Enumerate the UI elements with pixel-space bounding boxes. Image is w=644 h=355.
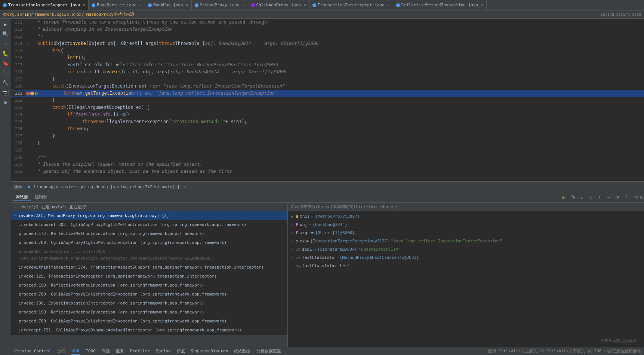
tab-close-2[interactable]: × xyxy=(186,3,188,7)
frame-item-0[interactable]: → invoke:221, MethodProxy (org.springfra… xyxy=(11,211,287,220)
bottom-tab-data[interactable]: 依依数据 xyxy=(234,348,250,354)
btn-resume[interactable]: ▶ xyxy=(560,193,568,201)
btn-evaluate[interactable]: ≡ xyxy=(614,193,622,201)
line-number-232: 232 xyxy=(11,169,25,174)
expand-icon-this[interactable]: ▶ xyxy=(291,213,295,220)
var-item-sig1[interactable]: ▷ ○○ sig1 = {Signature@3084} "updateStoc… xyxy=(288,245,644,254)
tab-icon-java xyxy=(3,3,7,7)
bottom-tab-run[interactable]: 运行 xyxy=(57,348,65,354)
btn-step-out[interactable]: ↑ xyxy=(596,193,604,201)
frame-item-11[interactable]: proceed:780, CglibAopProxy$CglibMethodIn… xyxy=(11,317,287,326)
expand-icon-sig1[interactable]: ▷ xyxy=(291,246,295,253)
expand-icon-fci[interactable]: ▷ xyxy=(291,254,295,261)
tab-close-6[interactable]: × xyxy=(481,3,483,7)
bottom-tab-debug[interactable]: 调试 xyxy=(71,348,80,355)
btn-more-options[interactable]: ⋮ xyxy=(623,193,631,201)
btn-force-step-into[interactable]: ⤵ xyxy=(587,193,595,201)
tab-close-5[interactable]: × xyxy=(388,3,390,7)
sidebar-icon-search[interactable]: 🔍 xyxy=(1,30,10,38)
code-line-212: * without wrapping in an InvocationTarge… xyxy=(34,26,172,33)
bottom-tab-profiler[interactable]: Profiler xyxy=(130,349,150,354)
var-item-fci-i1[interactable]: ○○ fastClassInfo.i1 = 4 xyxy=(288,262,644,270)
var-item-fci[interactable]: ▷ ○○ fastClassInfo = {MethodProxy$FastCl… xyxy=(288,254,644,262)
var-item-this[interactable]: ▶ ≡ this = {MethodProxy@3007} xyxy=(288,212,644,221)
tab-close-1[interactable]: × xyxy=(139,3,142,7)
code-row-219: 219 } xyxy=(11,76,644,83)
tab-label-3: MethodProxy.java xyxy=(200,3,240,7)
code-row-214: 214 ▾ public Object invoke(Object obj, O… xyxy=(11,40,644,47)
frame-item-3[interactable]: proceed:780, CglibAopProxy$CglibMethodIn… xyxy=(11,238,287,247)
frame-item-8[interactable]: proceed:780, CglibAopProxy$CglibMethodIn… xyxy=(11,290,287,299)
var-item-args[interactable]: ▷ P args = {Object[1]@3006} xyxy=(288,229,644,237)
bottom-tab-analysis[interactable]: 分析数据流至 xyxy=(256,348,281,354)
tab-book-service[interactable]: BookService.java × xyxy=(89,0,145,10)
var-name-fci-i1: fastClassInfo.i1 xyxy=(302,263,342,269)
line-number-218: 218 xyxy=(11,70,25,74)
debug-session-close[interactable]: × xyxy=(184,185,187,189)
bottom-tab-services[interactable]: 服务 xyxy=(116,348,124,354)
tab-method-proxy[interactable]: MethodProxy.java × xyxy=(192,0,248,10)
frame-item-10[interactable]: proceed:199, ReflectiveMethodInvocation … xyxy=(11,308,287,317)
code-row-224: 224 if (fastClassInfo.i1 < 0) xyxy=(11,111,644,118)
sidebar-icon-stop[interactable]: ⬛ xyxy=(1,69,10,77)
bottom-tab-todo[interactable]: TODO xyxy=(86,349,96,354)
tab-close-0[interactable]: × xyxy=(83,3,85,7)
tab-label-5: TransactionInterceptor.java xyxy=(318,3,385,7)
sidebar-icon-bookmark[interactable]: 🔖 xyxy=(1,59,10,67)
bottom-tab-breakpoints[interactable]: 断点 xyxy=(177,348,185,354)
tab-icon-3 xyxy=(195,3,198,7)
sidebar-icon-structure[interactable]: ≡ xyxy=(1,40,10,48)
frame-item-4[interactable]: proceedWithInvocation:-1, 321772459 (org… xyxy=(11,247,287,263)
debug-tab-debugger[interactable]: 调试器 xyxy=(13,193,31,201)
frame-item-2[interactable]: proceed:172, ReflectiveMethodInvocation … xyxy=(11,229,287,238)
code-row-231: 231 * Invoke the original (super) method… xyxy=(11,161,644,168)
code-line-230: /** xyxy=(34,154,46,161)
var-item-ex[interactable]: ▷ ≡ ex = {InvocationTargetException@3137… xyxy=(288,237,644,245)
frame-item-1[interactable]: invokeJoinpoint:802, CglibAopProxy$Cglib… xyxy=(11,220,287,229)
sidebar-icon-run[interactable]: ▶ xyxy=(1,20,10,28)
btn-step-into[interactable]: ↓ xyxy=(578,193,586,201)
sidebar-icon-debug[interactable]: 🐛 xyxy=(1,49,10,58)
var-value-args: {Object[1]@3006} xyxy=(315,230,355,236)
arrow-container-221 xyxy=(35,92,38,95)
expand-icon-ex[interactable]: ▷ xyxy=(291,238,295,245)
tab-close-4[interactable]: × xyxy=(304,3,306,7)
bottom-tab-spring[interactable]: Spring xyxy=(156,349,171,354)
frame-item-7[interactable]: proceed:199, ReflectiveMethodInvocation … xyxy=(11,281,287,290)
line-number-213: 213 xyxy=(11,34,25,39)
sidebar-icon-camera[interactable]: 📷 xyxy=(1,88,10,97)
debug-tab-console[interactable]: 控制台 xyxy=(32,193,50,201)
tab-close-3[interactable]: × xyxy=(243,3,245,7)
line-number-217: 217 xyxy=(11,62,25,67)
frame-item-6[interactable]: invoke:125, TransactionInterceptor (org.… xyxy=(11,272,287,281)
bottom-tab-sequence[interactable]: SequenceDiagram xyxy=(191,349,228,354)
tab-cglib-aop[interactable]: CglibAopProxy.java × xyxy=(248,0,309,10)
var-item-obj[interactable]: ▷ P obj = {BookDao@3014} xyxy=(288,221,644,229)
expand-icon-obj[interactable]: ▷ xyxy=(291,221,295,228)
bottom-tab-problems[interactable]: 问题 xyxy=(102,348,110,354)
tab-transaction-interceptor[interactable]: TransactionInterceptor.java × xyxy=(309,0,393,10)
frame-text-8: proceed:780, CglibAopProxy$CglibMethodIn… xyxy=(19,291,227,298)
frames-panel: → invoke:221, MethodProxy (org.springfra… xyxy=(11,211,288,335)
tab-book-dao[interactable]: BookDao.java × xyxy=(145,0,192,10)
expand-icon-args[interactable]: ▷ xyxy=(291,230,295,236)
frame-text-5: invokeWithinTransaction:374, Transaction… xyxy=(19,264,264,271)
breakpoint-dot-221[interactable] xyxy=(26,92,30,95)
bottom-tab-version[interactable]: Version Control xyxy=(14,349,51,354)
fold-icon-214[interactable]: ▾ xyxy=(25,42,30,46)
var-equals-args: = xyxy=(311,230,314,236)
tab-transaction-aspect[interactable]: TransactionAspectSupport.java × xyxy=(0,0,89,10)
filter-button[interactable]: ⊞ xyxy=(640,195,643,199)
tab-reflective[interactable]: ReflectiveMethodInvocation.java × xyxy=(393,0,487,10)
frame-item-5[interactable]: invokeWithinTransaction:374, Transaction… xyxy=(11,263,287,272)
sidebar-icon-settings[interactable]: ⚙ xyxy=(1,98,10,106)
btn-run-to-cursor[interactable]: → xyxy=(605,193,613,201)
frame-item-12[interactable]: intercept:721, CglibAopProxy$DynamicAdvi… xyxy=(11,326,287,335)
line-number-212: 212 xyxy=(11,27,25,32)
frame-item-9[interactable]: invoke:100, ExposeInvocationInterceptor … xyxy=(11,299,287,308)
btn-step-over[interactable]: ↷ xyxy=(569,193,577,201)
warning-dot-221 xyxy=(30,92,34,95)
code-row-215: 215 try { xyxy=(11,47,644,54)
sidebar-icon-build[interactable]: 🔨 xyxy=(1,79,10,87)
line-number-211: 211 xyxy=(11,20,25,25)
